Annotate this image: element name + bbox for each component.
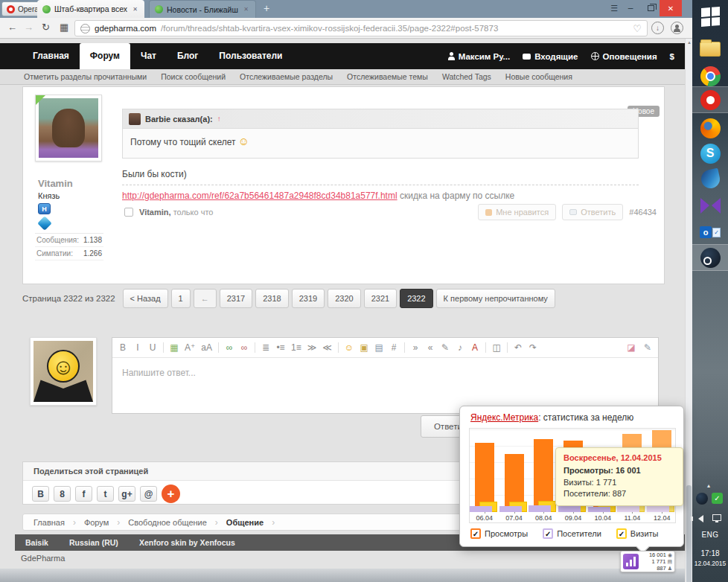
breadcrumb-item-3[interactable]: Общение (226, 518, 264, 527)
site-info-icon[interactable] (80, 24, 90, 33)
breadcrumb-item-2[interactable]: Свободное общение (128, 518, 207, 527)
unlink-icon[interactable]: ∞ (240, 342, 249, 353)
post-select-checkbox[interactable] (124, 208, 133, 217)
page-ellipsis-button[interactable]: ← (194, 289, 217, 308)
eraser-icon[interactable]: ◪ (627, 342, 636, 353)
chrome-taskbar-button[interactable] (692, 63, 728, 89)
font-family-icon[interactable]: aA (201, 342, 212, 353)
mailru-icon[interactable]: @ (140, 486, 157, 502)
font-size-icon[interactable]: A⁺ (185, 342, 195, 353)
download-icon[interactable]: ↓ (651, 22, 664, 34)
vk-icon[interactable]: B (32, 486, 49, 502)
language-indicator[interactable]: ENG (692, 531, 728, 539)
metrika-informer[interactable]: 16 001◉1 771▤887♟ (620, 551, 675, 572)
steam-taskbar-button[interactable] (692, 244, 728, 271)
windows-start-taskbar-button[interactable] (692, 3, 728, 30)
subnav-link-1[interactable]: Поиск сообщений (161, 72, 226, 81)
browser-tab-1[interactable]: Новости - Ближайшие за✕ (149, 0, 256, 18)
subnav-link-3[interactable]: Отслеживаемые темы (347, 72, 428, 81)
post-author-avatar[interactable] (35, 95, 102, 162)
insert-image-icon[interactable]: ▣ (360, 342, 368, 353)
insert-media-icon[interactable]: ▤ (374, 342, 383, 353)
reload-icon[interactable]: ↻ (42, 22, 50, 33)
currency-link[interactable]: $ (670, 52, 674, 61)
file-explorer-taskbar-button[interactable] (692, 36, 728, 63)
legend-checkbox-2[interactable]: ✓ (616, 528, 627, 539)
remove-format-icon[interactable]: A (470, 342, 479, 353)
tray-expand-icon[interactable]: ▴ (707, 482, 710, 489)
smilies-icon[interactable]: ☺ (345, 342, 354, 353)
prev-page-button[interactable]: < Назад (123, 289, 168, 308)
firefox-taskbar-button[interactable] (692, 115, 728, 141)
legend-checkbox-1[interactable]: ✓ (543, 528, 553, 539)
save-draft-icon[interactable]: ◫ (492, 342, 501, 353)
undo-icon[interactable]: ↶ (514, 342, 523, 353)
align-icon[interactable]: ≣ (261, 342, 270, 353)
volume-icon[interactable] (698, 515, 703, 522)
editor-avatar[interactable]: ☺ (30, 337, 97, 406)
facebook-icon[interactable]: f (75, 486, 92, 502)
draw-icon[interactable]: ✎ (441, 342, 450, 353)
outlook-taskbar-button[interactable]: o✓ (692, 219, 728, 246)
outdent-icon[interactable]: ≪ (322, 342, 332, 353)
scrollbar-thumb[interactable] (686, 485, 692, 582)
bold-icon[interactable]: B (118, 342, 127, 353)
forward-icon[interactable]: → (24, 22, 33, 33)
quote-jump-link[interactable]: ↑ (217, 115, 221, 123)
bar-visitors-10.04[interactable] (588, 507, 610, 512)
post-number-link[interactable]: #46434 (629, 208, 657, 217)
underline-icon[interactable]: U (148, 342, 157, 353)
odnoklassniki-icon[interactable]: 8 (54, 486, 71, 502)
tab-close-icon[interactable]: ✕ (131, 4, 139, 14)
redo-icon[interactable]: ↷ (529, 342, 537, 353)
signature-link[interactable]: http://gdepharma.com/ref/62a7b56461487a2… (122, 191, 397, 201)
like-button[interactable]: Мне нравится (478, 204, 556, 220)
quote-icon[interactable]: » (411, 342, 420, 353)
indent-icon[interactable]: ≫ (307, 342, 317, 353)
tab-menu-icon[interactable]: ☰ (610, 4, 618, 13)
breadcrumb-item-1[interactable]: Форум (84, 518, 109, 527)
jump-unread-button[interactable]: К первому непрочитанному (436, 289, 555, 308)
bar-visitors-07.04[interactable] (499, 506, 522, 512)
subnav-link-5[interactable]: Новые сообщения (505, 72, 572, 81)
bar-visitors-11.04[interactable] (617, 506, 639, 512)
browser-tab-0[interactable]: Штаб-квартира всех хим✕ (37, 0, 144, 18)
bar-visitors-08.04[interactable] (529, 505, 551, 512)
visual-studio-taskbar-button[interactable] (692, 192, 728, 219)
insert-table-icon[interactable]: # (389, 342, 398, 353)
googleplus-icon[interactable]: g+ (118, 486, 135, 502)
clock-date[interactable]: 12.04.2015 (692, 560, 728, 567)
nav-item-0[interactable]: Главная (22, 43, 80, 69)
bar-visitors-09.04[interactable] (558, 506, 581, 512)
meta-author-link[interactable]: Vitamin, (139, 208, 171, 217)
italic-icon[interactable]: I (133, 342, 142, 353)
editor-textarea[interactable]: Напишите ответ... (112, 358, 658, 388)
source-toggle-icon[interactable]: ✎ (643, 342, 652, 353)
bar-visitors-06.04[interactable] (470, 506, 492, 512)
green-check-tray-icon[interactable]: ✓ (712, 493, 723, 504)
new-tab-button[interactable]: + (261, 2, 272, 14)
shield-taskbar-button[interactable] (692, 165, 728, 192)
page-button-1[interactable]: 1 (171, 289, 191, 308)
window-restore-button[interactable] (642, 0, 659, 16)
page-button-2317[interactable]: 2317 (220, 289, 252, 308)
addthis-icon[interactable]: + (162, 485, 180, 503)
nav-item-1[interactable]: Форум (80, 43, 130, 69)
page-button-2318[interactable]: 2318 (255, 289, 288, 308)
text-color-icon[interactable]: ▦ (170, 342, 179, 353)
alerts-link[interactable]: Оповещения (591, 52, 657, 61)
page-button-2320[interactable]: 2320 (328, 289, 360, 308)
account-link[interactable]: Максим Ру... (448, 52, 511, 61)
bullet-list-icon[interactable]: •≡ (276, 342, 285, 353)
legend-checkbox-0[interactable]: ✓ (470, 528, 481, 539)
reply-button[interactable]: Ответить (562, 204, 623, 220)
spoiler-icon[interactable]: « (426, 342, 435, 353)
metrika-link[interactable]: Яндекс.Метрика (470, 412, 538, 423)
nav-item-2[interactable]: Чат (130, 43, 167, 69)
bar-visitors-12.04[interactable] (647, 506, 669, 512)
network-icon[interactable] (712, 514, 721, 521)
page-button-current[interactable]: 2322 (400, 289, 432, 308)
page-scrollbar[interactable]: ▲ (685, 39, 692, 582)
author-username[interactable]: Vitamin (38, 178, 73, 189)
profile-icon[interactable] (671, 22, 683, 34)
